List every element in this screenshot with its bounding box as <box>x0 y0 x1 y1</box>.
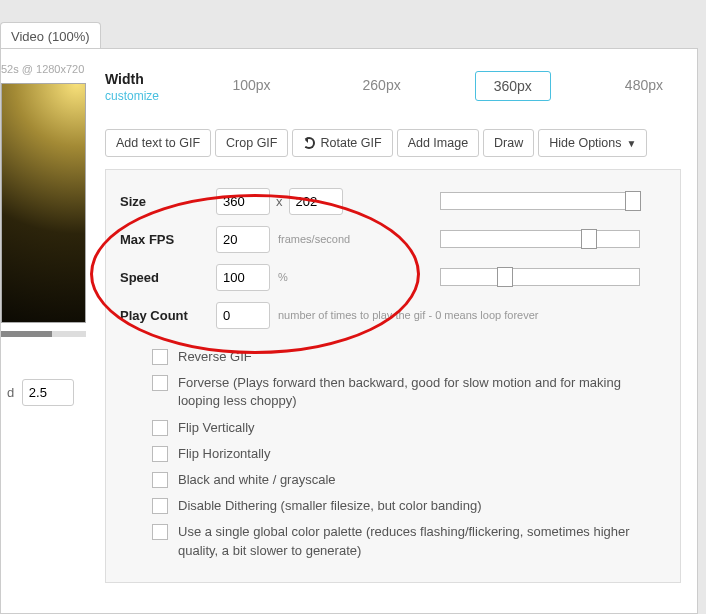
customize-link[interactable]: customize <box>105 89 186 103</box>
check-global-palette: Use a single global color palette (reduc… <box>120 519 666 563</box>
check-dither-label: Disable Dithering (smaller filesize, but… <box>178 497 481 515</box>
checkbox-group: Reverse GIF Forverse (Plays forward then… <box>120 344 666 564</box>
rotate-icon <box>303 137 315 149</box>
toolbar: Add text to GIF Crop GIF Rotate GIF Add … <box>105 129 681 157</box>
video-progress[interactable] <box>1 331 86 337</box>
video-preview[interactable] <box>1 83 86 323</box>
play-count-label: Play Count <box>120 308 216 323</box>
width-opt-480[interactable]: 480px <box>607 71 681 101</box>
add-text-button[interactable]: Add text to GIF <box>105 129 211 157</box>
checkbox-dither[interactable] <box>152 498 168 514</box>
check-flip-v-label: Flip Vertically <box>178 419 255 437</box>
speed-input[interactable] <box>216 264 270 291</box>
play-count-unit: number of times to play the gif - 0 mean… <box>278 309 538 321</box>
main-panel: 52s @ 1280x720 d Width customize 100px 2… <box>0 48 698 614</box>
tab-video[interactable]: Video (100%) <box>0 22 101 50</box>
size-x: x <box>276 194 283 209</box>
max-fps-unit: frames/second <box>278 233 350 245</box>
duration-label: d <box>7 385 14 400</box>
max-fps-row: Max FPS frames/second <box>120 220 666 258</box>
duration-input[interactable] <box>22 379 74 406</box>
speed-slider[interactable] <box>440 268 640 286</box>
check-flip-h: Flip Horizontally <box>120 441 666 467</box>
checkbox-flip-v[interactable] <box>152 420 168 436</box>
speed-unit: % <box>278 271 288 283</box>
play-count-input[interactable] <box>216 302 270 329</box>
checkbox-global-palette[interactable] <box>152 524 168 540</box>
check-forverse: Forverse (Plays forward then backward, g… <box>120 370 666 414</box>
tab-video-label: Video (100%) <box>11 29 90 44</box>
size-height-input[interactable] <box>289 188 343 215</box>
check-forverse-label: Forverse (Plays forward then backward, g… <box>178 374 666 410</box>
size-row: Size x <box>120 182 666 220</box>
max-fps-slider[interactable] <box>440 230 640 248</box>
width-opt-360[interactable]: 360px <box>475 71 551 101</box>
width-opt-260[interactable]: 260px <box>345 71 419 101</box>
rotate-button[interactable]: Rotate GIF <box>292 129 392 157</box>
check-reverse-label: Reverse GIF <box>178 348 252 366</box>
speed-label: Speed <box>120 270 216 285</box>
check-flip-h-label: Flip Horizontally <box>178 445 270 463</box>
video-meta: 52s @ 1280x720 <box>1 63 84 75</box>
check-bw: Black and white / grayscale <box>120 467 666 493</box>
size-label: Size <box>120 194 216 209</box>
checkbox-bw[interactable] <box>152 472 168 488</box>
checkbox-flip-h[interactable] <box>152 446 168 462</box>
width-row: Width customize 100px 260px 360px 480px <box>105 71 681 103</box>
draw-button[interactable]: Draw <box>483 129 534 157</box>
checkbox-forverse[interactable] <box>152 375 168 391</box>
size-width-input[interactable] <box>216 188 270 215</box>
max-fps-label: Max FPS <box>120 232 216 247</box>
play-count-row: Play Count number of times to play the g… <box>120 296 666 334</box>
hide-options-button[interactable]: Hide Options ▼ <box>538 129 647 157</box>
width-label: Width <box>105 71 186 87</box>
check-bw-label: Black and white / grayscale <box>178 471 336 489</box>
check-global-palette-label: Use a single global color palette (reduc… <box>178 523 666 559</box>
width-opt-100[interactable]: 100px <box>214 71 288 101</box>
crop-button[interactable]: Crop GIF <box>215 129 288 157</box>
add-image-button[interactable]: Add Image <box>397 129 479 157</box>
size-slider[interactable] <box>440 192 640 210</box>
chevron-down-icon: ▼ <box>627 138 637 149</box>
max-fps-input[interactable] <box>216 226 270 253</box>
check-reverse: Reverse GIF <box>120 344 666 370</box>
speed-row: Speed % <box>120 258 666 296</box>
check-dither: Disable Dithering (smaller filesize, but… <box>120 493 666 519</box>
options-panel: Size x Max FPS frames/second Speed % Pla… <box>105 169 681 583</box>
check-flip-v: Flip Vertically <box>120 415 666 441</box>
duration-row: d <box>7 379 74 406</box>
checkbox-reverse[interactable] <box>152 349 168 365</box>
